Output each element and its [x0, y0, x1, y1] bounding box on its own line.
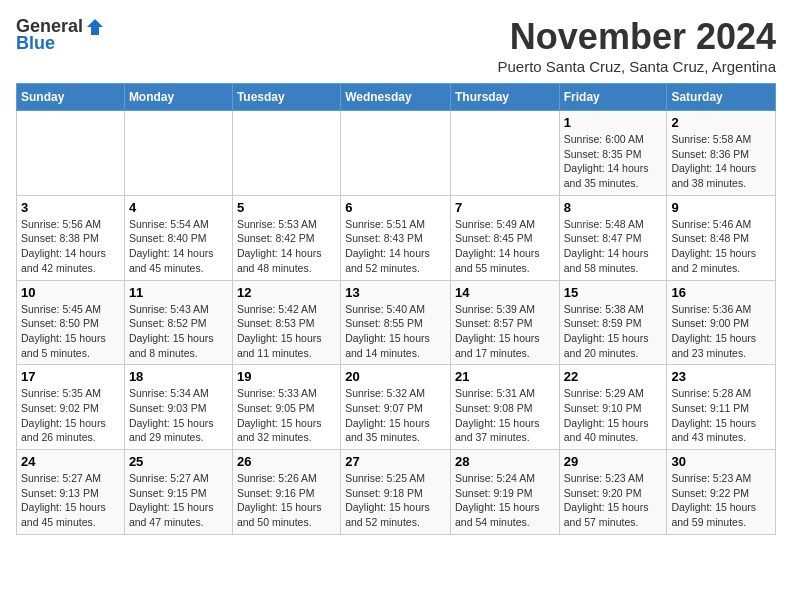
- header: General Blue November 2024 Puerto Santa …: [16, 16, 776, 75]
- day-info: Sunrise: 5:49 AMSunset: 8:45 PMDaylight:…: [455, 217, 555, 276]
- day-number: 23: [671, 369, 771, 384]
- day-info: Sunrise: 5:27 AMSunset: 9:13 PMDaylight:…: [21, 471, 120, 530]
- week-row-5: 24Sunrise: 5:27 AMSunset: 9:13 PMDayligh…: [17, 450, 776, 535]
- day-cell: 9Sunrise: 5:46 AMSunset: 8:48 PMDaylight…: [667, 195, 776, 280]
- day-number: 12: [237, 285, 336, 300]
- day-info: Sunrise: 5:32 AMSunset: 9:07 PMDaylight:…: [345, 386, 446, 445]
- day-header-monday: Monday: [124, 84, 232, 111]
- day-number: 18: [129, 369, 228, 384]
- day-number: 29: [564, 454, 663, 469]
- day-header-saturday: Saturday: [667, 84, 776, 111]
- day-info: Sunrise: 5:25 AMSunset: 9:18 PMDaylight:…: [345, 471, 446, 530]
- day-info: Sunrise: 5:56 AMSunset: 8:38 PMDaylight:…: [21, 217, 120, 276]
- month-title: November 2024: [498, 16, 777, 58]
- logo-icon: [85, 17, 105, 37]
- day-number: 7: [455, 200, 555, 215]
- day-cell: 30Sunrise: 5:23 AMSunset: 9:22 PMDayligh…: [667, 450, 776, 535]
- day-cell: 27Sunrise: 5:25 AMSunset: 9:18 PMDayligh…: [341, 450, 451, 535]
- day-number: 6: [345, 200, 446, 215]
- day-number: 3: [21, 200, 120, 215]
- day-info: Sunrise: 6:00 AMSunset: 8:35 PMDaylight:…: [564, 132, 663, 191]
- day-info: Sunrise: 5:40 AMSunset: 8:55 PMDaylight:…: [345, 302, 446, 361]
- day-cell: 19Sunrise: 5:33 AMSunset: 9:05 PMDayligh…: [232, 365, 340, 450]
- day-cell: 12Sunrise: 5:42 AMSunset: 8:53 PMDayligh…: [232, 280, 340, 365]
- day-cell: 10Sunrise: 5:45 AMSunset: 8:50 PMDayligh…: [17, 280, 125, 365]
- day-info: Sunrise: 5:51 AMSunset: 8:43 PMDaylight:…: [345, 217, 446, 276]
- day-info: Sunrise: 5:33 AMSunset: 9:05 PMDaylight:…: [237, 386, 336, 445]
- day-header-friday: Friday: [559, 84, 667, 111]
- day-cell: 15Sunrise: 5:38 AMSunset: 8:59 PMDayligh…: [559, 280, 667, 365]
- day-number: 2: [671, 115, 771, 130]
- day-number: 22: [564, 369, 663, 384]
- day-number: 16: [671, 285, 771, 300]
- day-cell: 17Sunrise: 5:35 AMSunset: 9:02 PMDayligh…: [17, 365, 125, 450]
- day-cell: 16Sunrise: 5:36 AMSunset: 9:00 PMDayligh…: [667, 280, 776, 365]
- day-cell: 4Sunrise: 5:54 AMSunset: 8:40 PMDaylight…: [124, 195, 232, 280]
- logo: General Blue: [16, 16, 105, 54]
- subtitle: Puerto Santa Cruz, Santa Cruz, Argentina: [498, 58, 777, 75]
- day-info: Sunrise: 5:26 AMSunset: 9:16 PMDaylight:…: [237, 471, 336, 530]
- week-row-1: 1Sunrise: 6:00 AMSunset: 8:35 PMDaylight…: [17, 111, 776, 196]
- day-number: 10: [21, 285, 120, 300]
- day-cell: 28Sunrise: 5:24 AMSunset: 9:19 PMDayligh…: [450, 450, 559, 535]
- day-info: Sunrise: 5:31 AMSunset: 9:08 PMDaylight:…: [455, 386, 555, 445]
- day-number: 28: [455, 454, 555, 469]
- day-info: Sunrise: 5:36 AMSunset: 9:00 PMDaylight:…: [671, 302, 771, 361]
- day-info: Sunrise: 5:28 AMSunset: 9:11 PMDaylight:…: [671, 386, 771, 445]
- day-cell: 13Sunrise: 5:40 AMSunset: 8:55 PMDayligh…: [341, 280, 451, 365]
- day-number: 19: [237, 369, 336, 384]
- day-cell: 2Sunrise: 5:58 AMSunset: 8:36 PMDaylight…: [667, 111, 776, 196]
- day-cell: 24Sunrise: 5:27 AMSunset: 9:13 PMDayligh…: [17, 450, 125, 535]
- day-info: Sunrise: 5:46 AMSunset: 8:48 PMDaylight:…: [671, 217, 771, 276]
- day-cell: 6Sunrise: 5:51 AMSunset: 8:43 PMDaylight…: [341, 195, 451, 280]
- day-info: Sunrise: 5:34 AMSunset: 9:03 PMDaylight:…: [129, 386, 228, 445]
- day-number: 13: [345, 285, 446, 300]
- day-cell: [232, 111, 340, 196]
- day-number: 8: [564, 200, 663, 215]
- day-number: 17: [21, 369, 120, 384]
- day-number: 21: [455, 369, 555, 384]
- day-info: Sunrise: 5:27 AMSunset: 9:15 PMDaylight:…: [129, 471, 228, 530]
- day-cell: 3Sunrise: 5:56 AMSunset: 8:38 PMDaylight…: [17, 195, 125, 280]
- day-number: 25: [129, 454, 228, 469]
- day-cell: 8Sunrise: 5:48 AMSunset: 8:47 PMDaylight…: [559, 195, 667, 280]
- day-cell: 7Sunrise: 5:49 AMSunset: 8:45 PMDaylight…: [450, 195, 559, 280]
- logo-blue: Blue: [16, 33, 55, 54]
- title-area: November 2024 Puerto Santa Cruz, Santa C…: [498, 16, 777, 75]
- svg-marker-0: [87, 19, 103, 35]
- day-cell: 18Sunrise: 5:34 AMSunset: 9:03 PMDayligh…: [124, 365, 232, 450]
- day-cell: 11Sunrise: 5:43 AMSunset: 8:52 PMDayligh…: [124, 280, 232, 365]
- day-header-wednesday: Wednesday: [341, 84, 451, 111]
- day-cell: 20Sunrise: 5:32 AMSunset: 9:07 PMDayligh…: [341, 365, 451, 450]
- week-row-2: 3Sunrise: 5:56 AMSunset: 8:38 PMDaylight…: [17, 195, 776, 280]
- day-number: 27: [345, 454, 446, 469]
- day-cell: 25Sunrise: 5:27 AMSunset: 9:15 PMDayligh…: [124, 450, 232, 535]
- day-number: 5: [237, 200, 336, 215]
- day-number: 26: [237, 454, 336, 469]
- day-cell: 26Sunrise: 5:26 AMSunset: 9:16 PMDayligh…: [232, 450, 340, 535]
- day-number: 24: [21, 454, 120, 469]
- day-info: Sunrise: 5:45 AMSunset: 8:50 PMDaylight:…: [21, 302, 120, 361]
- day-header-tuesday: Tuesday: [232, 84, 340, 111]
- header-row: SundayMondayTuesdayWednesdayThursdayFrid…: [17, 84, 776, 111]
- day-number: 30: [671, 454, 771, 469]
- day-info: Sunrise: 5:42 AMSunset: 8:53 PMDaylight:…: [237, 302, 336, 361]
- day-info: Sunrise: 5:48 AMSunset: 8:47 PMDaylight:…: [564, 217, 663, 276]
- day-cell: [17, 111, 125, 196]
- calendar-table: SundayMondayTuesdayWednesdayThursdayFrid…: [16, 83, 776, 535]
- day-number: 11: [129, 285, 228, 300]
- week-row-4: 17Sunrise: 5:35 AMSunset: 9:02 PMDayligh…: [17, 365, 776, 450]
- day-info: Sunrise: 5:38 AMSunset: 8:59 PMDaylight:…: [564, 302, 663, 361]
- day-info: Sunrise: 5:54 AMSunset: 8:40 PMDaylight:…: [129, 217, 228, 276]
- day-number: 15: [564, 285, 663, 300]
- day-number: 14: [455, 285, 555, 300]
- day-cell: 22Sunrise: 5:29 AMSunset: 9:10 PMDayligh…: [559, 365, 667, 450]
- day-info: Sunrise: 5:53 AMSunset: 8:42 PMDaylight:…: [237, 217, 336, 276]
- day-cell: 21Sunrise: 5:31 AMSunset: 9:08 PMDayligh…: [450, 365, 559, 450]
- day-info: Sunrise: 5:23 AMSunset: 9:22 PMDaylight:…: [671, 471, 771, 530]
- day-info: Sunrise: 5:29 AMSunset: 9:10 PMDaylight:…: [564, 386, 663, 445]
- day-info: Sunrise: 5:58 AMSunset: 8:36 PMDaylight:…: [671, 132, 771, 191]
- week-row-3: 10Sunrise: 5:45 AMSunset: 8:50 PMDayligh…: [17, 280, 776, 365]
- day-cell: 23Sunrise: 5:28 AMSunset: 9:11 PMDayligh…: [667, 365, 776, 450]
- day-cell: 29Sunrise: 5:23 AMSunset: 9:20 PMDayligh…: [559, 450, 667, 535]
